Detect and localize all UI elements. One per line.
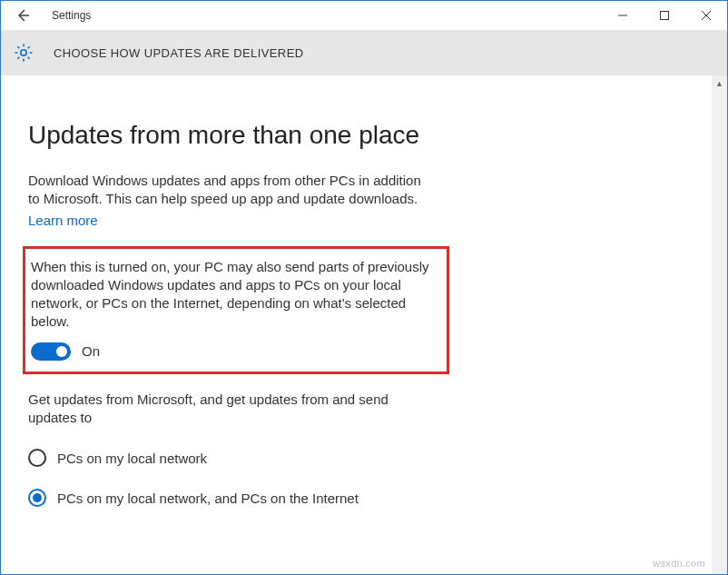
close-button[interactable] [685, 1, 727, 30]
radio-icon [28, 449, 46, 467]
radio-label: PCs on my local network [57, 451, 207, 466]
highlighted-section: When this is turned on, your PC may also… [23, 246, 449, 374]
delivery-toggle[interactable] [31, 342, 71, 361]
scroll-up-arrow-icon[interactable]: ▲ [712, 75, 727, 91]
window-controls [602, 1, 727, 30]
arrow-left-icon [15, 8, 30, 23]
main-heading: Updates from more than one place [28, 121, 700, 150]
gear-icon [12, 41, 35, 64]
description-text: Download Windows updates and apps from o… [28, 172, 428, 209]
back-button[interactable] [12, 5, 34, 26]
scrollbar[interactable]: ▲ [712, 75, 727, 574]
minimize-button[interactable] [602, 1, 644, 30]
toggle-label: On [82, 343, 100, 359]
radio-option-local[interactable]: PCs on my local network [28, 449, 700, 467]
radio-icon [28, 489, 46, 507]
boxed-description: When this is turned on, your PC may also… [31, 258, 430, 332]
minimize-icon [618, 11, 627, 20]
page-header: CHOOSE HOW UPDATES ARE DELIVERED [1, 30, 727, 75]
radio-label: PCs on my local network, and PCs on the … [57, 491, 359, 506]
svg-point-4 [21, 50, 26, 55]
window-title: Settings [52, 9, 91, 22]
close-icon [702, 11, 711, 20]
toggle-knob-icon [56, 346, 67, 357]
toggle-row: On [31, 342, 438, 361]
maximize-icon [660, 11, 669, 20]
radio-dot-icon [33, 493, 42, 502]
titlebar: Settings [1, 1, 727, 30]
svg-rect-1 [661, 12, 669, 20]
maximize-button[interactable] [644, 1, 685, 30]
sub-description: Get updates from Microsoft, and get upda… [28, 391, 428, 428]
watermark-text: wsxdn.com [653, 558, 705, 569]
radio-option-internet[interactable]: PCs on my local network, and PCs on the … [28, 489, 700, 507]
content-area: Updates from more than one place Downloa… [1, 75, 727, 556]
page-title: CHOOSE HOW UPDATES ARE DELIVERED [54, 46, 304, 60]
learn-more-link[interactable]: Learn more [28, 213, 98, 228]
